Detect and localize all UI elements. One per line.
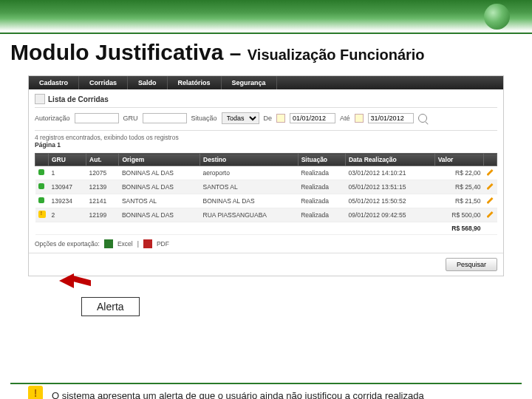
footer-bar: Pesquisar bbox=[29, 253, 503, 276]
callout-arrow-icon bbox=[59, 273, 89, 296]
title-main: Modulo Justificativa bbox=[10, 40, 223, 64]
cell-aut: 12141 bbox=[86, 194, 119, 208]
slide-banner bbox=[0, 0, 532, 31]
cell-valor: R$ 21,50 bbox=[434, 194, 483, 208]
date-to-label: Até bbox=[340, 115, 350, 122]
edit-icon[interactable] bbox=[487, 183, 494, 190]
export-label: Opções de exportação: bbox=[35, 240, 100, 248]
cell-gru: 1 bbox=[49, 166, 86, 180]
results-info: 4 registros encontrados, exibindo todos … bbox=[29, 132, 503, 153]
cell-origem: BONINAS AL DAS bbox=[119, 180, 200, 194]
rides-table: GRU Aut. Origem Destino Situação Data Re… bbox=[35, 153, 497, 235]
col-destino[interactable]: Destino bbox=[200, 154, 299, 166]
col-valor[interactable]: Valor bbox=[434, 154, 483, 166]
cell-gru: 130947 bbox=[49, 180, 86, 194]
col-gru[interactable]: GRU bbox=[49, 154, 86, 166]
calendar-icon[interactable] bbox=[276, 114, 285, 123]
list-title: Lista de Corridas bbox=[48, 95, 109, 103]
results-count: 4 registros encontrados, exibindo todos … bbox=[35, 134, 497, 141]
status-ok-icon bbox=[38, 183, 44, 189]
filter-bar: Autorização GRU Situação Todas De Até bbox=[29, 109, 503, 129]
table-row[interactable]: 2 12199 BONINAS AL DAS RUA PIASSANGUABA … bbox=[35, 208, 497, 222]
slide-title: Modulo Justificativa – Visualização Func… bbox=[0, 38, 532, 71]
edit-icon[interactable] bbox=[487, 168, 494, 176]
status-ok-icon bbox=[38, 197, 44, 203]
status-ok-icon bbox=[38, 169, 44, 175]
title-separator: – bbox=[227, 41, 245, 64]
cell-data: 05/01/2012 15:50:52 bbox=[345, 194, 434, 208]
cell-gru: 139234 bbox=[49, 194, 86, 208]
total-row: R$ 568,90 bbox=[35, 222, 497, 235]
cell-destino: RUA PIASSANGUABA bbox=[200, 208, 299, 222]
cell-aut: 12199 bbox=[86, 208, 119, 222]
tab-saldo[interactable]: Saldo bbox=[128, 76, 168, 89]
cell-destino: aeroporto bbox=[200, 166, 299, 180]
date-to-input[interactable] bbox=[368, 113, 414, 123]
cell-aut: 12075 bbox=[86, 166, 119, 180]
search-button[interactable]: Pesquisar bbox=[446, 258, 497, 271]
cell-aut: 12139 bbox=[86, 180, 119, 194]
edit-icon[interactable] bbox=[487, 197, 494, 204]
tab-cadastro[interactable]: Cadastro bbox=[29, 76, 79, 89]
export-excel[interactable]: Excel bbox=[117, 240, 133, 248]
cell-origem: SANTOS AL bbox=[119, 194, 200, 208]
cell-valor: R$ 22,00 bbox=[434, 166, 483, 180]
divider bbox=[35, 130, 497, 131]
page-indicator: Página 1 bbox=[35, 141, 497, 149]
app-window: Cadastro Corridas Saldo Relatórios Segur… bbox=[28, 75, 504, 276]
date-from-input[interactable] bbox=[290, 113, 335, 123]
cell-valor: R$ 500,00 bbox=[434, 208, 483, 222]
auth-label: Autorização bbox=[35, 115, 70, 122]
search-icon[interactable] bbox=[418, 114, 427, 123]
export-sep: | bbox=[137, 240, 139, 248]
cell-data: 05/01/2012 13:51:15 bbox=[345, 180, 434, 194]
nav-tabs: Cadastro Corridas Saldo Relatórios Segur… bbox=[29, 76, 503, 89]
tab-seguranca[interactable]: Segurança bbox=[222, 76, 277, 89]
pdf-icon[interactable] bbox=[143, 239, 152, 248]
title-sub: Visualização Funcionário bbox=[248, 47, 425, 63]
auth-input[interactable] bbox=[75, 113, 119, 123]
edit-icon[interactable] bbox=[487, 211, 494, 218]
cell-valor: R$ 25,40 bbox=[434, 180, 483, 194]
col-aut[interactable]: Aut. bbox=[86, 154, 119, 166]
export-pdf[interactable]: PDF bbox=[157, 240, 169, 248]
total-value: R$ 568,90 bbox=[434, 222, 483, 235]
table-header-row: GRU Aut. Origem Destino Situação Data Re… bbox=[35, 154, 497, 166]
cell-origem: BONINAS AL DAS bbox=[119, 166, 200, 180]
tab-relatorios[interactable]: Relatórios bbox=[168, 76, 222, 89]
table-row[interactable]: 130947 12139 BONINAS AL DAS SANTOS AL Re… bbox=[35, 180, 497, 194]
cell-destino: BONINAS AL DAS bbox=[200, 194, 299, 208]
export-bar: Opções de exportação: Excel | PDF bbox=[29, 235, 503, 253]
gru-label: GRU bbox=[123, 115, 138, 122]
excel-icon[interactable] bbox=[104, 239, 113, 248]
cell-situacao: Realizada bbox=[298, 208, 345, 222]
cell-situacao: Realizada bbox=[298, 180, 345, 194]
divider bbox=[0, 33, 532, 34]
cell-origem: BONINAS AL DAS bbox=[119, 208, 200, 222]
callout-box: Alerta bbox=[81, 297, 140, 316]
cell-data: 09/01/2012 09:42:55 bbox=[345, 208, 434, 222]
footnote: O sistema apresenta um alerta de que o u… bbox=[0, 384, 532, 399]
col-origem[interactable]: Origem bbox=[119, 154, 200, 166]
divider bbox=[35, 107, 497, 108]
cell-gru: 2 bbox=[49, 208, 86, 222]
date-from-label: De bbox=[264, 115, 273, 122]
gru-input[interactable] bbox=[143, 113, 187, 123]
alert-icon bbox=[38, 211, 46, 218]
cell-data: 03/01/2012 14:10:21 bbox=[345, 166, 434, 180]
cell-situacao: Realizada bbox=[298, 166, 345, 180]
tab-corridas[interactable]: Corridas bbox=[79, 76, 128, 89]
list-header: Lista de Corridas bbox=[29, 89, 503, 106]
situacao-label: Situação bbox=[191, 115, 217, 122]
table-row[interactable]: 1 12075 BONINAS AL DAS aeroporto Realiza… bbox=[35, 166, 497, 180]
table-row[interactable]: 139234 12141 SANTOS AL BONINAS AL DAS Re… bbox=[35, 194, 497, 208]
cell-destino: SANTOS AL bbox=[200, 180, 299, 194]
situacao-select[interactable]: Todas bbox=[222, 112, 259, 124]
col-situacao[interactable]: Situação bbox=[298, 154, 345, 166]
calendar-icon[interactable] bbox=[355, 114, 364, 123]
cell-situacao: Realizada bbox=[298, 194, 345, 208]
col-data[interactable]: Data Realização bbox=[345, 154, 434, 166]
list-icon bbox=[35, 94, 45, 104]
